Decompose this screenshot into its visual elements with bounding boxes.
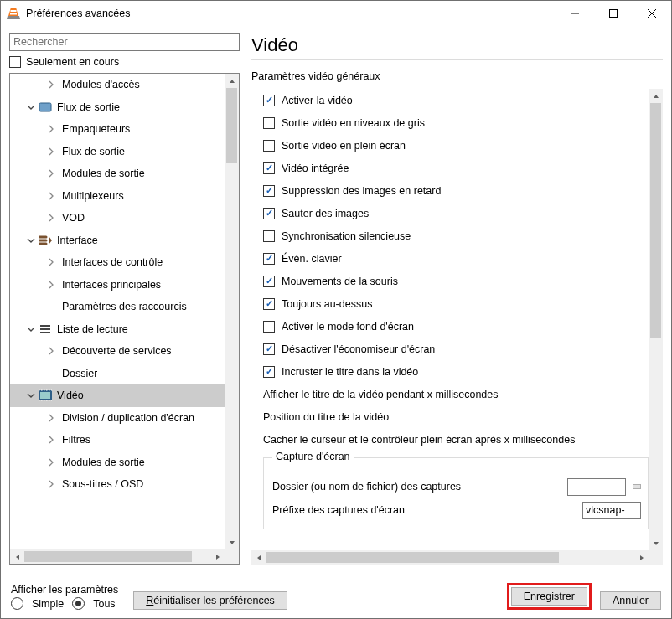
chevron-right-icon <box>47 258 59 266</box>
option-label: Incruster le titre dans la vidéo <box>282 366 418 378</box>
chevron-right-icon <box>47 147 59 156</box>
tree-item-label: Découverte de services <box>62 345 172 357</box>
option-label: Activer la vidéo <box>282 95 353 106</box>
option-label: Mouvements de la souris <box>282 276 398 287</box>
option-checkbox[interactable] <box>263 185 275 197</box>
tree-item[interactable]: Vidéo <box>10 384 225 407</box>
radio-all[interactable] <box>72 597 85 610</box>
tree-item[interactable]: Interface <box>10 230 225 252</box>
chevron-right-icon <box>47 169 59 178</box>
option-checkbox[interactable] <box>263 140 275 152</box>
search-input[interactable] <box>9 33 240 51</box>
tree-item[interactable]: Multiplexeurs <box>10 185 225 208</box>
tree-item[interactable]: Flux de sortie <box>10 96 225 119</box>
tree-horizontal-scrollbar[interactable] <box>10 549 225 564</box>
tree-item[interactable]: Flux de sortie <box>10 141 225 163</box>
tree-item-label: Sous-titres / OSD <box>62 478 143 490</box>
option-checkbox[interactable] <box>263 95 275 106</box>
tree-item-label: VOD <box>62 212 85 224</box>
svg-rect-3 <box>39 103 51 111</box>
browse-button[interactable] <box>633 484 641 489</box>
tree-item[interactable]: VOD <box>10 207 225 230</box>
option-label: Activer le mode fond d'écran <box>282 321 414 333</box>
tree-item[interactable]: Interfaces de contrôle <box>10 251 225 274</box>
tree-item[interactable]: Modules de sortie <box>10 162 225 185</box>
option-checkbox[interactable] <box>263 321 275 333</box>
tree-item-label: Empaqueteurs <box>62 123 130 135</box>
field-input[interactable] <box>567 478 626 496</box>
tree-item[interactable]: Dossier <box>10 363 225 385</box>
field-input[interactable] <box>582 502 641 519</box>
app-icon <box>6 6 21 21</box>
interface-icon <box>39 234 54 247</box>
tree-item-label: Modules d'accès <box>62 79 140 90</box>
chevron-right-icon <box>47 125 59 133</box>
chevron-right-icon <box>47 458 59 467</box>
option-checkbox[interactable] <box>263 298 275 310</box>
tree-item[interactable]: Modules d'accès <box>10 74 225 96</box>
tree-item-label: Division / duplication d'écran <box>62 412 194 424</box>
chevron-right-icon <box>47 80 59 89</box>
tree-item-label: Filtres <box>62 434 90 446</box>
tree-item-label: Modules de sortie <box>62 457 145 468</box>
svg-rect-1 <box>10 13 17 15</box>
tree-item[interactable]: Sous-titres / OSD <box>10 473 225 496</box>
only-current-label: Seulement en cours <box>26 56 119 68</box>
setting-label: Cacher le curseur et le contrôleur plein… <box>263 428 649 451</box>
window-close-button[interactable] <box>633 1 671 26</box>
tree-item-label: Flux de sortie <box>62 146 125 157</box>
tree-item[interactable]: Division / duplication d'écran <box>10 407 225 430</box>
window-maximize-button[interactable] <box>594 1 633 26</box>
tree-item-label: Paramètres des raccourcis <box>62 301 187 312</box>
option-label: Synchronisation silencieuse <box>282 230 411 242</box>
show-settings-title: Afficher les paramètres <box>11 584 118 596</box>
option-checkbox[interactable] <box>263 343 275 355</box>
tree-item-label: Interfaces de contrôle <box>62 256 163 268</box>
svg-rect-2 <box>610 10 618 18</box>
chevron-right-icon <box>47 281 59 289</box>
option-checkbox[interactable] <box>263 230 275 242</box>
option-label: Toujours au-dessus <box>282 298 372 310</box>
window-title: Préférences avancées <box>26 8 556 19</box>
radio-simple[interactable] <box>11 597 23 610</box>
option-checkbox[interactable] <box>263 253 275 265</box>
tree-item[interactable]: Modules de sortie <box>10 451 225 474</box>
field-label: Préfixe des captures d'écran <box>272 504 576 516</box>
settings-horizontal-scrollbar[interactable] <box>251 550 649 565</box>
chevron-down-icon <box>27 236 39 245</box>
video-icon <box>39 389 54 402</box>
option-checkbox[interactable] <box>263 208 275 219</box>
chevron-right-icon <box>47 192 59 200</box>
option-checkbox[interactable] <box>263 276 275 287</box>
radio-all-label: Tous <box>93 598 115 610</box>
option-checkbox[interactable] <box>263 366 275 378</box>
option-label: Sauter des images <box>282 208 369 219</box>
save-button[interactable]: Enregistrer <box>511 587 587 606</box>
reset-preferences-button[interactable]: Réinitialiser les préférences <box>133 591 287 610</box>
option-checkbox[interactable] <box>263 162 275 174</box>
option-label: Vidéo intégrée <box>282 162 349 174</box>
tree-item[interactable]: Découverte de services <box>10 340 225 363</box>
svg-rect-5 <box>40 392 50 399</box>
save-highlight: Enregistrer <box>507 583 592 610</box>
cancel-button[interactable]: Annuler <box>600 591 661 610</box>
option-label: Évén. clavier <box>282 253 342 265</box>
groupbox-title: Capture d'écran <box>272 451 354 462</box>
chevron-right-icon <box>47 214 59 222</box>
tree-item[interactable]: Filtres <box>10 429 225 451</box>
tree-item[interactable]: Liste de lecture <box>10 318 225 341</box>
only-current-checkbox[interactable] <box>9 56 21 68</box>
page-title: Vidéo <box>251 34 663 56</box>
chevron-right-icon <box>47 480 59 488</box>
tree-item[interactable]: Interfaces principales <box>10 274 225 297</box>
chevron-right-icon <box>47 436 59 444</box>
window-minimize-button[interactable] <box>556 1 594 26</box>
tree-item-label: Modules de sortie <box>62 168 145 179</box>
tree-item[interactable]: Empaqueteurs <box>10 118 225 141</box>
option-checkbox[interactable] <box>263 117 275 129</box>
settings-vertical-scrollbar[interactable] <box>649 89 663 550</box>
tree-vertical-scrollbar[interactable] <box>225 74 239 549</box>
option-label: Suppression des images en retard <box>282 185 441 197</box>
tree-item[interactable]: Paramètres des raccourcis <box>10 296 225 318</box>
category-tree[interactable]: Modules d'accèsFlux de sortieEmpaqueteur… <box>9 73 240 565</box>
